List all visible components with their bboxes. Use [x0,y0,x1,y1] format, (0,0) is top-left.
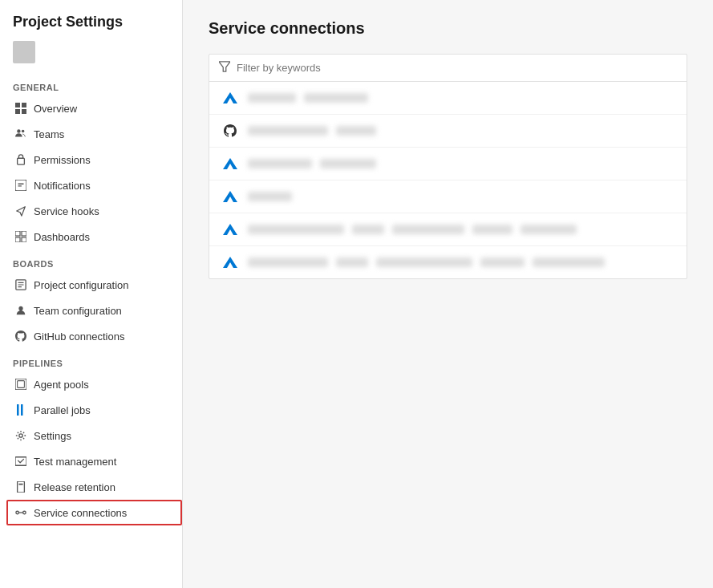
teams-icon [14,128,27,140]
connection-row[interactable] [209,82,687,115]
svg-point-13 [18,306,22,310]
sidebar-item-dashboards[interactable]: Dashboards [6,224,182,249]
svg-rect-15 [18,381,25,388]
test-management-label: Test management [34,456,116,468]
filter-icon [219,61,230,75]
svg-point-23 [23,512,26,515]
release-retention-icon [14,481,27,493]
svg-rect-11 [22,237,26,242]
service-connections-box [209,54,687,279]
agent-pools-label: Agent pools [34,379,89,391]
teams-label: Teams [34,128,64,140]
blurred-extra3 [533,258,605,267]
team-config-icon [14,304,27,317]
service-hooks-label: Service hooks [34,205,99,217]
github-icon [222,123,238,139]
svg-rect-16 [17,404,19,416]
blurred-type [304,93,368,103]
azure-icon [222,189,238,205]
svg-rect-9 [22,231,26,236]
sidebar-item-project-configuration[interactable]: Project configuration [6,272,182,298]
blurred-extra2 [480,258,525,267]
connection-row[interactable] [209,148,687,180]
blurred-extra3 [521,225,577,234]
permissions-label: Permissions [34,154,91,166]
section-boards: Boards [6,249,182,272]
sidebar-item-parallel-jobs[interactable]: Parallel jobs [6,397,182,423]
svg-rect-21 [18,484,22,485]
connection-row[interactable] [209,213,687,246]
sidebar-item-permissions[interactable]: Permissions [6,147,182,172]
permissions-icon [14,153,27,166]
sidebar-item-agent-pools[interactable]: Agent pools [6,371,182,397]
notifications-label: Notifications [34,180,91,192]
settings-label: Settings [34,430,71,442]
svg-rect-10 [15,237,20,242]
team-config-label: Team configuration [34,305,122,317]
sidebar-item-settings[interactable]: Settings [6,423,182,448]
svg-point-22 [16,512,19,515]
svg-rect-2 [15,109,20,114]
connection-details [248,126,674,136]
sidebar-item-team-configuration[interactable]: Team configuration [6,298,182,323]
filter-bar [209,55,687,82]
filter-input[interactable] [237,62,677,74]
blurred-type [336,258,368,267]
page-title: Service connections [209,19,687,38]
connections-list [209,82,687,278]
overview-label: Overview [34,103,77,115]
service-hooks-icon [14,205,27,217]
github-connections-label: GitHub connections [34,330,124,343]
sidebar-item-overview[interactable]: Overview [6,95,182,121]
service-connections-label: Service connections [34,507,127,519]
dashboards-icon [14,230,27,243]
svg-rect-8 [15,231,20,236]
connection-row[interactable] [209,180,687,213]
test-management-icon [14,455,27,468]
parallel-jobs-label: Parallel jobs [34,404,91,416]
blurred-name [248,93,296,103]
svg-point-5 [22,130,25,133]
azure-icon [222,156,238,172]
dashboards-label: Dashboards [34,231,90,243]
agent-pools-icon [14,378,27,391]
sidebar-item-test-management[interactable]: Test management [6,448,182,474]
sidebar-item-service-hooks[interactable]: Service hooks [6,198,182,224]
sidebar-item-teams[interactable]: Teams [6,121,182,147]
blurred-name [248,258,328,267]
github-connections-icon [14,330,27,343]
release-retention-label: Release retention [34,481,115,493]
azure-icon [222,221,238,237]
blurred-extra2 [472,225,512,234]
svg-rect-7 [15,180,26,191]
notifications-icon [14,179,27,192]
svg-rect-3 [22,109,26,114]
section-pipelines: Pipelines [6,349,182,371]
sidebar-item-service-connections[interactable]: Service connections [6,500,182,525]
sidebar-title: Project Settings [6,13,182,38]
settings-icon [14,429,27,442]
svg-point-4 [17,130,20,133]
connection-details [248,258,674,267]
blurred-name [248,159,312,168]
sidebar-item-release-retention[interactable]: Release retention [6,474,182,500]
connection-row[interactable] [209,115,687,148]
connection-details [248,225,674,234]
connection-details [248,159,674,168]
connection-details [248,192,674,201]
sidebar-item-notifications[interactable]: Notifications [6,172,182,198]
connection-details [248,93,674,103]
project-config-icon [14,278,27,291]
svg-rect-6 [18,159,25,165]
sidebar: Project Settings General Overview Teams … [0,0,183,588]
svg-marker-24 [219,62,230,71]
blurred-extra [376,258,472,267]
sidebar-item-github-connections[interactable]: GitHub connections [6,323,182,349]
main-content: Service connections [183,0,713,588]
blurred-type [352,225,384,234]
connection-row[interactable] [209,246,687,278]
svg-rect-20 [18,481,25,493]
svg-rect-17 [21,404,23,416]
project-config-label: Project configuration [34,279,129,291]
overview-icon [14,102,27,115]
